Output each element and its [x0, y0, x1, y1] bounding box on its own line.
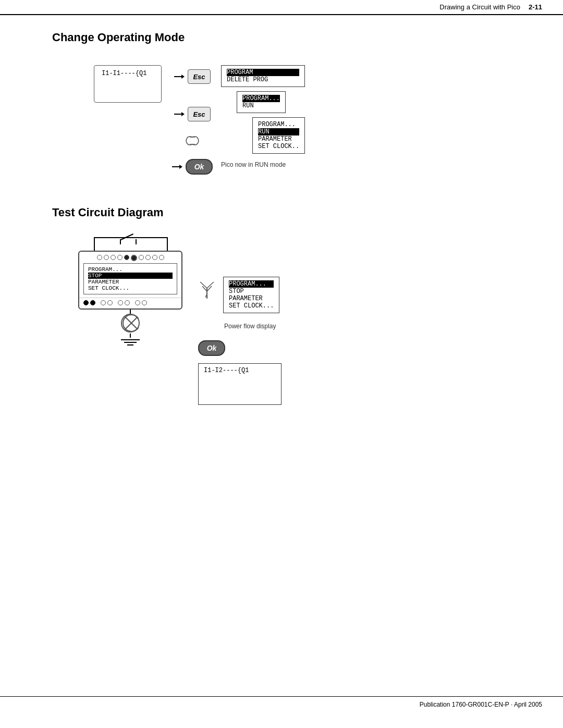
breadcrumb: Drawing a Circuit with Pico — [439, 3, 520, 11]
arrow-icon-3 — [172, 164, 182, 170]
pico-screen-line2: STOP — [88, 273, 173, 279]
menu-right-line4: SET CLOCK... — [229, 302, 274, 310]
pico-circuit-text: I1-I1----{Q1 — [102, 70, 154, 77]
pico-bottom-indicators — [79, 298, 181, 309]
menu2-line1: PROGRAM... — [242, 95, 280, 102]
menu1-line1: PROGRAM — [227, 69, 299, 76]
s2-left-panel: PROGRAM... STOP PARAMETER SET CLOCK... — [78, 235, 182, 346]
ground-line-1 — [121, 339, 140, 340]
pico-led-row — [79, 252, 181, 261]
svg-marker-1 — [181, 75, 185, 79]
led-pair-2 — [101, 300, 113, 305]
svg-marker-3 — [181, 112, 185, 116]
pico-device-s2: PROGRAM... STOP PARAMETER SET CLOCK... — [78, 251, 182, 310]
led-p2b — [107, 300, 113, 305]
motor-symbol — [121, 314, 140, 332]
menu-right-s2: PROGRAM... STOP PARAMETER SET CLOCK... — [223, 277, 279, 313]
s2-center-right: A PROGRAM... STOP PARAMETER SET CLOCK...… — [198, 235, 282, 405]
wire-diagram-top — [78, 235, 182, 251]
ok-button-s2[interactable]: Ok — [198, 340, 225, 356]
led-pair-4 — [135, 300, 147, 305]
svg-text:A: A — [205, 294, 208, 299]
menu3-line3: PARAMETER — [258, 135, 299, 143]
led-8 — [145, 255, 151, 260]
arrow-icon-1 — [174, 73, 185, 80]
footer-bar: Publication 1760-GR001C-EN-P · April 200… — [0, 696, 563, 712]
pico-screen-line3: PARAMETER — [88, 279, 173, 285]
circuit-display-text: I1-I2----{Q1 — [204, 367, 249, 374]
ground-symbol — [121, 334, 140, 346]
ok-row: Ok — [172, 159, 213, 175]
led-p4a — [135, 300, 140, 305]
publication-info: Publication 1760-GR001C-EN-P · April 200… — [420, 701, 542, 708]
menu3-line2: RUN — [258, 128, 299, 135]
led-5-active — [124, 255, 129, 260]
ground-line-2 — [124, 342, 137, 343]
ok-row-s2: Ok — [198, 340, 282, 356]
esc-row2: Esc — [174, 107, 211, 121]
antenna-menu-row: A PROGRAM... STOP PARAMETER SET CLOCK... — [198, 277, 282, 313]
svg-marker-7 — [179, 165, 182, 169]
ground-line-3 — [127, 344, 133, 346]
led-p3a — [118, 300, 123, 305]
menu-right-line3: PARAMETER — [229, 295, 274, 302]
arrow-icon-2 — [174, 111, 185, 117]
top-wires — [78, 235, 182, 251]
led-p2a — [101, 300, 106, 305]
section-change-operating-mode: Change Operating Mode I1-I1----{Q1 Esc — [52, 31, 511, 175]
s1-caption: Pico now in RUN mode — [221, 161, 305, 168]
pico-screen-line4: SET CLOCK... — [88, 285, 173, 291]
pico-screen-s2: PROGRAM... STOP PARAMETER SET CLOCK... — [83, 263, 177, 294]
wire-to-motor — [130, 310, 131, 314]
menu3-line4: SET CLOCK.. — [258, 143, 299, 150]
motor-svg — [122, 314, 139, 332]
section2-title: Test Circuit Diagram — [52, 206, 511, 219]
led-7 — [139, 255, 144, 260]
led-p4b — [142, 300, 147, 305]
led-p1b — [90, 300, 95, 305]
menu-cascade: PROGRAM DELETE PROG PROGRAM... RUN PROGR… — [221, 60, 305, 168]
led-pair-1 — [83, 300, 95, 305]
section-test-circuit: Test Circuit Diagram — [52, 206, 511, 405]
menu3-line1: PROGRAM... — [258, 121, 299, 128]
esc-row1: Esc — [174, 69, 211, 84]
header-bar: Drawing a Circuit with Pico 2-11 — [0, 0, 563, 15]
menu1: PROGRAM DELETE PROG — [221, 65, 305, 87]
motor-section — [121, 310, 140, 346]
circuit-display-s2: I1-I2----{Q1 — [198, 363, 282, 405]
ok-button-s1[interactable]: Ok — [186, 159, 213, 175]
menu3: PROGRAM... RUN PARAMETER SET CLOCK.. — [252, 117, 305, 154]
svg-line-15 — [207, 286, 212, 291]
connector-symbol — [182, 133, 203, 152]
connector-svg — [182, 133, 203, 149]
led-2 — [104, 255, 109, 260]
pico-device-s1: I1-I1----{Q1 — [94, 65, 162, 103]
led-p3b — [125, 300, 130, 305]
led-4 — [117, 255, 123, 260]
led-6 — [131, 255, 137, 261]
s2-caption: Power flow display — [224, 323, 282, 330]
menu2: PROGRAM... RUN — [237, 91, 286, 113]
led-3 — [111, 255, 116, 260]
menu2-line2: RUN — [242, 102, 254, 109]
page-number: 2-11 — [529, 3, 542, 11]
svg-line-14 — [202, 286, 207, 291]
ground-wire — [130, 334, 131, 338]
esc-button-2[interactable]: Esc — [188, 107, 211, 121]
section1-title: Change Operating Mode — [52, 31, 511, 44]
antenna-svg: A — [198, 279, 216, 300]
led-9 — [152, 255, 157, 260]
pico-screen-line1: PROGRAM... — [88, 266, 173, 273]
antenna-symbol: A — [198, 279, 216, 303]
menu1-line2: DELETE PROG — [227, 76, 268, 83]
led-1 — [97, 255, 102, 260]
esc-button-1[interactable]: Esc — [188, 69, 211, 84]
led-pair-3 — [118, 300, 130, 305]
led-p1a — [83, 300, 89, 305]
section2-diagram: PROGRAM... STOP PARAMETER SET CLOCK... — [78, 235, 511, 405]
led-10 — [159, 255, 164, 260]
section1-diagram: I1-I1----{Q1 Esc — [94, 60, 511, 175]
menu-right-line1: PROGRAM... — [229, 280, 274, 288]
main-content: Change Operating Mode I1-I1----{Q1 Esc — [0, 15, 563, 452]
menu-right-line2: STOP — [229, 288, 274, 295]
